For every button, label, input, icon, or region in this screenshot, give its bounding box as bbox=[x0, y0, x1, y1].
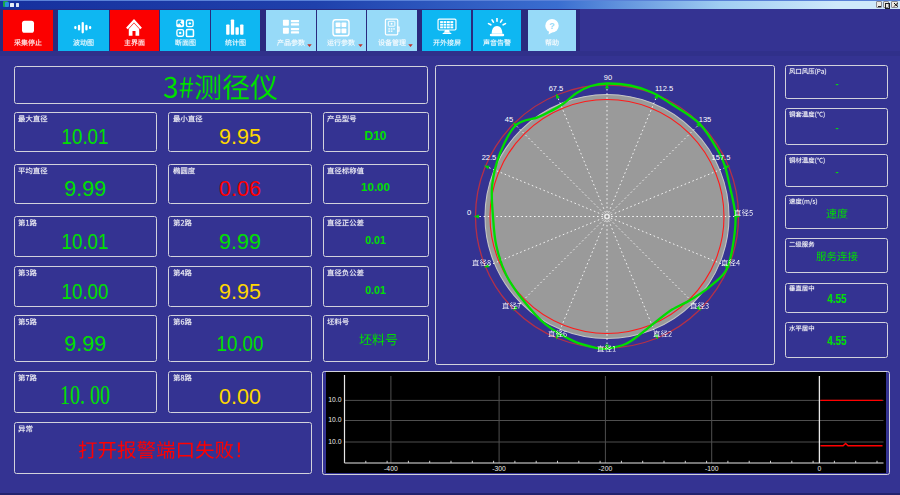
svg-text:?: ? bbox=[549, 21, 554, 31]
